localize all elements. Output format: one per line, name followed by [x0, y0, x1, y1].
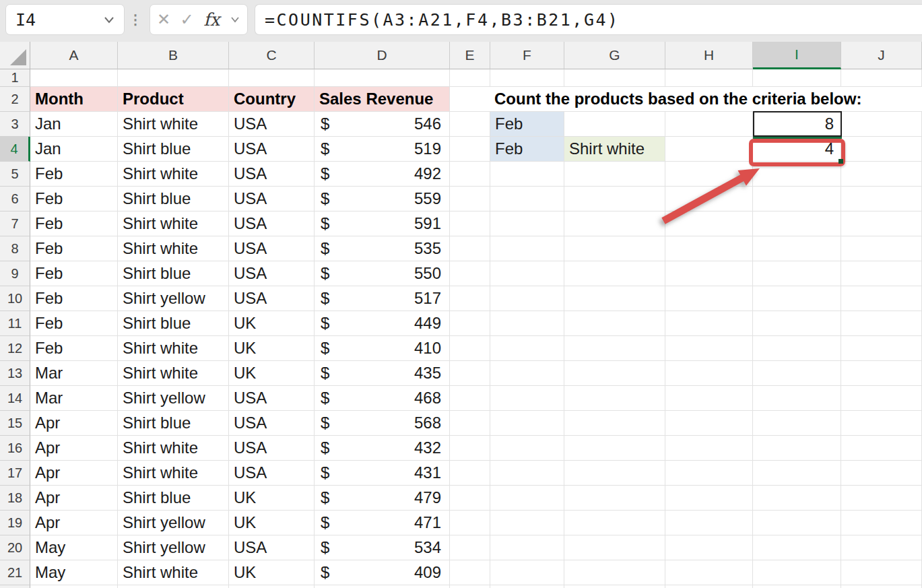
- cell-C2[interactable]: Country: [229, 87, 315, 112]
- cell-C7[interactable]: USA: [229, 211, 315, 236]
- cell-B19[interactable]: Shirt yellow: [118, 511, 229, 535]
- cell-H10[interactable]: [665, 286, 753, 311]
- cell-B20[interactable]: Shirt yellow: [118, 535, 229, 560]
- cell-A3[interactable]: Jan: [30, 112, 118, 137]
- cell-E20[interactable]: [450, 535, 490, 560]
- cell-J18[interactable]: [841, 486, 922, 511]
- cell-F14[interactable]: [490, 386, 564, 411]
- cell-H12[interactable]: [665, 336, 753, 361]
- cell-J15[interactable]: [841, 411, 922, 436]
- column-header-J[interactable]: J: [841, 42, 922, 69]
- cell-A8[interactable]: Feb: [30, 236, 118, 261]
- cell-B4[interactable]: Shirt blue: [118, 137, 229, 162]
- cancel-icon[interactable]: ✕: [157, 11, 170, 28]
- cell-A5[interactable]: Feb: [30, 162, 118, 187]
- cell-B13[interactable]: Shirt white: [118, 361, 229, 386]
- cell-B7[interactable]: Shirt white: [118, 211, 229, 236]
- cell-F1[interactable]: [490, 69, 564, 87]
- row-header-19[interactable]: 19: [0, 511, 30, 535]
- cell-I19[interactable]: [753, 511, 841, 535]
- column-header-F[interactable]: F: [490, 42, 564, 69]
- cell-I22[interactable]: [753, 585, 841, 588]
- column-header-E[interactable]: E: [450, 42, 490, 69]
- row-header-5[interactable]: 5: [0, 162, 30, 187]
- insert-function-icon[interactable]: fx: [203, 9, 220, 30]
- cell-F13[interactable]: [490, 361, 564, 386]
- cell-C15[interactable]: USA: [229, 411, 315, 436]
- chevron-down-icon[interactable]: [102, 15, 116, 25]
- cell-F4[interactable]: Feb: [490, 137, 564, 162]
- cell-J4[interactable]: [841, 137, 922, 162]
- cell-E13[interactable]: [450, 361, 490, 386]
- cell-I16[interactable]: [753, 436, 841, 461]
- cell-G22[interactable]: [564, 585, 665, 588]
- cell-D21[interactable]: $409: [315, 560, 450, 585]
- cell-F8[interactable]: [490, 236, 564, 261]
- cell-D7[interactable]: $591: [315, 211, 450, 236]
- cell-B6[interactable]: Shirt blue: [118, 187, 229, 211]
- cell-J19[interactable]: [841, 511, 922, 535]
- cell-H19[interactable]: [665, 511, 753, 535]
- cell-J14[interactable]: [841, 386, 922, 411]
- cell-B3[interactable]: Shirt white: [118, 112, 229, 137]
- cell-D3[interactable]: $546: [315, 112, 450, 137]
- cell-E11[interactable]: [450, 311, 490, 336]
- cell-I11[interactable]: [753, 311, 841, 336]
- cell-C6[interactable]: USA: [229, 187, 315, 211]
- cell-J9[interactable]: [841, 261, 922, 286]
- cell-F9[interactable]: [490, 261, 564, 286]
- cell-F16[interactable]: [490, 436, 564, 461]
- cell-I1[interactable]: [753, 69, 841, 87]
- cell-B15[interactable]: Shirt blue: [118, 411, 229, 436]
- cell-C4[interactable]: USA: [229, 137, 315, 162]
- cell-I13[interactable]: [753, 361, 841, 386]
- row-header-16[interactable]: 16: [0, 436, 30, 461]
- cell-E6[interactable]: [450, 187, 490, 211]
- cell-J1[interactable]: [841, 69, 922, 87]
- cell-E8[interactable]: [450, 236, 490, 261]
- cell-B21[interactable]: Shirt white: [118, 560, 229, 585]
- cell-J11[interactable]: [841, 311, 922, 336]
- cell-C19[interactable]: UK: [229, 511, 315, 535]
- cell-D13[interactable]: $435: [315, 361, 450, 386]
- cell-A17[interactable]: Apr: [30, 461, 118, 486]
- cell-A13[interactable]: Mar: [30, 361, 118, 386]
- cell-D17[interactable]: $431: [315, 461, 450, 486]
- cell-H18[interactable]: [665, 486, 753, 511]
- row-header-2[interactable]: 2: [0, 87, 30, 112]
- cell-B16[interactable]: Shirt white: [118, 436, 229, 461]
- cell-A18[interactable]: Apr: [30, 486, 118, 511]
- cell-C11[interactable]: UK: [229, 311, 315, 336]
- cell-F11[interactable]: [490, 311, 564, 336]
- cell-F5[interactable]: [490, 162, 564, 187]
- cell-C3[interactable]: USA: [229, 112, 315, 137]
- cell-F15[interactable]: [490, 411, 564, 436]
- cell-F6[interactable]: [490, 187, 564, 211]
- cell-F22[interactable]: [490, 585, 564, 588]
- cell-H11[interactable]: [665, 311, 753, 336]
- cell-B22[interactable]: [118, 585, 229, 588]
- cell-G20[interactable]: [564, 535, 665, 560]
- cell-A11[interactable]: Feb: [30, 311, 118, 336]
- cell-H3[interactable]: [665, 112, 753, 137]
- cell-H22[interactable]: [665, 585, 753, 588]
- select-all-button[interactable]: [0, 42, 30, 69]
- cell-F10[interactable]: [490, 286, 564, 311]
- fill-handle[interactable]: [838, 159, 843, 164]
- cell-I9[interactable]: [753, 261, 841, 286]
- cell-E16[interactable]: [450, 436, 490, 461]
- column-header-B[interactable]: B: [118, 42, 229, 69]
- cell-H14[interactable]: [665, 386, 753, 411]
- cell-J7[interactable]: [841, 211, 922, 236]
- cell-I21[interactable]: [753, 560, 841, 585]
- cell-H20[interactable]: [665, 535, 753, 560]
- cell-C5[interactable]: USA: [229, 162, 315, 187]
- cell-G10[interactable]: [564, 286, 665, 311]
- cell-D14[interactable]: $468: [315, 386, 450, 411]
- cell-H17[interactable]: [665, 461, 753, 486]
- cell-E14[interactable]: [450, 386, 490, 411]
- cell-B10[interactable]: Shirt yellow: [118, 286, 229, 311]
- cell-B14[interactable]: Shirt yellow: [118, 386, 229, 411]
- cell-B12[interactable]: Shirt white: [118, 336, 229, 361]
- row-header-1[interactable]: 1: [0, 69, 30, 87]
